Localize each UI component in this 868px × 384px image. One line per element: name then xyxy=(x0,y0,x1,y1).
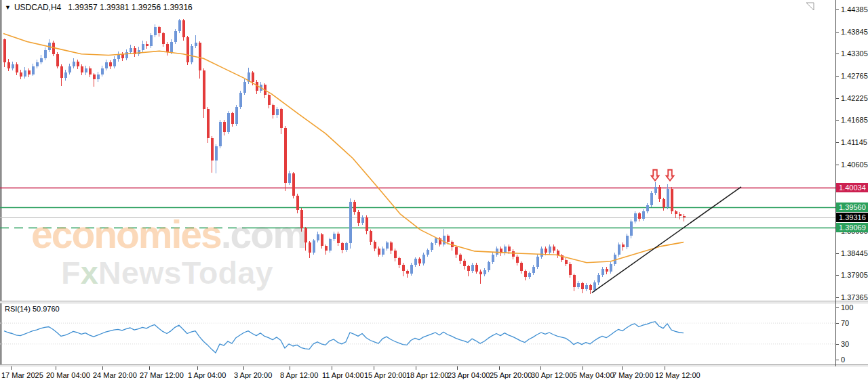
rsi-tick-mark xyxy=(835,307,839,308)
price-tick-mark xyxy=(835,98,839,99)
sell-signal-arrow-icon xyxy=(652,170,659,181)
price-tick-label: 1.41685 xyxy=(841,116,868,124)
time-tick-label: 17 Mar 2025 xyxy=(1,371,43,379)
time-tick-label: 8 Apr 12:00 xyxy=(280,371,318,379)
price-tick-mark xyxy=(835,76,839,77)
time-tick-mark xyxy=(457,366,458,370)
symbol-timeframe: USDCAD,H4 xyxy=(14,3,61,12)
sell-signal-arrow-icon xyxy=(667,170,674,181)
price-tick-label: 1.43305 xyxy=(841,49,868,58)
time-tick-label: 3 Apr 20:00 xyxy=(234,371,272,379)
time-tick-mark xyxy=(583,366,583,370)
price-tick-label: 1.41145 xyxy=(841,138,867,146)
main-price-chart[interactable] xyxy=(0,0,835,301)
chart-ohlc-header: ▼USDCAD,H41.39357 1.39381 1.39256 1.3931… xyxy=(5,3,193,12)
time-tick-label: 5 May 04:00 xyxy=(573,371,614,379)
time-tick-label: 15 Apr 20:00 xyxy=(364,371,406,379)
ohlc-values: 1.39357 1.39381 1.39256 1.39316 xyxy=(68,3,193,12)
time-tick-mark xyxy=(11,366,12,370)
price-tick-label: 1.43845 xyxy=(841,28,868,36)
rsi-tick-mark xyxy=(835,323,839,324)
chart-window: economies.com FxNewsToday ▼USDCAD,H41.39… xyxy=(0,0,868,384)
price-level-badge: 1.39069 xyxy=(836,223,868,232)
rsi-tick-label: 30 xyxy=(841,340,849,348)
time-tick-mark xyxy=(149,366,150,370)
time-tick-mark xyxy=(332,366,332,370)
price-tick-label: 1.42225 xyxy=(841,94,868,102)
rsi-indicator-chart[interactable] xyxy=(0,303,835,364)
time-tick-mark xyxy=(665,366,665,370)
time-tick-label: 18 Apr 12:00 xyxy=(406,371,448,379)
price-tick-mark xyxy=(835,120,839,121)
time-tick-label: 23 Apr 04:00 xyxy=(448,371,490,379)
rsi-tick-mark xyxy=(835,344,839,345)
price-tick-label: 1.37905 xyxy=(841,271,868,279)
price-tick-mark xyxy=(835,165,839,165)
time-tick-label: 12 May 12:00 xyxy=(655,371,701,379)
time-tick-label: 11 Apr 04:00 xyxy=(322,371,364,379)
time-tick-mark xyxy=(499,366,500,370)
price-tick-mark xyxy=(835,32,839,33)
rsi-tick-label: 70 xyxy=(841,319,849,327)
time-tick-label: 30 Apr 12:00 xyxy=(531,371,573,379)
price-tick-label: 1.40605 xyxy=(841,161,868,169)
symbol-dropdown-icon[interactable]: ▼ xyxy=(5,4,11,11)
time-tick-label: 25 Apr 20:00 xyxy=(490,371,532,379)
time-tick-mark xyxy=(540,366,541,370)
panel-separator[interactable] xyxy=(0,301,868,303)
time-tick-mark xyxy=(416,366,416,370)
time-tick-mark xyxy=(374,366,374,370)
price-tick-mark xyxy=(835,297,839,298)
time-tick-label: 1 Apr 04:00 xyxy=(188,371,226,379)
time-tick-mark xyxy=(622,366,623,370)
time-tick-label: 24 Mar 20:00 xyxy=(93,371,137,379)
rsi-indicator-label: RSI(14) 50.9760 xyxy=(5,305,60,313)
price-tick-label: 1.38445 xyxy=(841,249,868,257)
rsi-tick-label: 100 xyxy=(841,303,853,312)
time-tick-mark xyxy=(56,366,56,370)
time-tick-mark xyxy=(102,366,103,370)
rsi-tick-mark xyxy=(835,360,839,360)
price-level-badge: 1.39560 xyxy=(836,202,868,212)
time-tick-mark xyxy=(290,366,290,370)
time-tick-label: 27 Mar 12:00 xyxy=(140,371,184,379)
time-tick-label: 20 Mar 04:00 xyxy=(46,371,90,379)
time-tick-mark xyxy=(197,366,198,370)
price-level-badge: 1.39316 xyxy=(836,213,868,222)
time-axis[interactable]: 17 Mar 202520 Mar 04:0024 Mar 20:0027 Ma… xyxy=(0,366,868,384)
price-level-badge: 1.40034 xyxy=(836,183,868,192)
price-tick-label: 1.37365 xyxy=(841,293,868,301)
price-tick-mark xyxy=(835,275,839,276)
price-tick-mark xyxy=(835,253,839,254)
price-tick-label: 1.42765 xyxy=(841,72,868,80)
time-tick-label: 7 May 20:00 xyxy=(612,371,654,379)
price-tick-mark xyxy=(835,142,839,143)
rsi-tick-label: 0 xyxy=(841,356,845,364)
time-tick-mark xyxy=(243,366,244,370)
price-tick-mark xyxy=(835,54,839,54)
